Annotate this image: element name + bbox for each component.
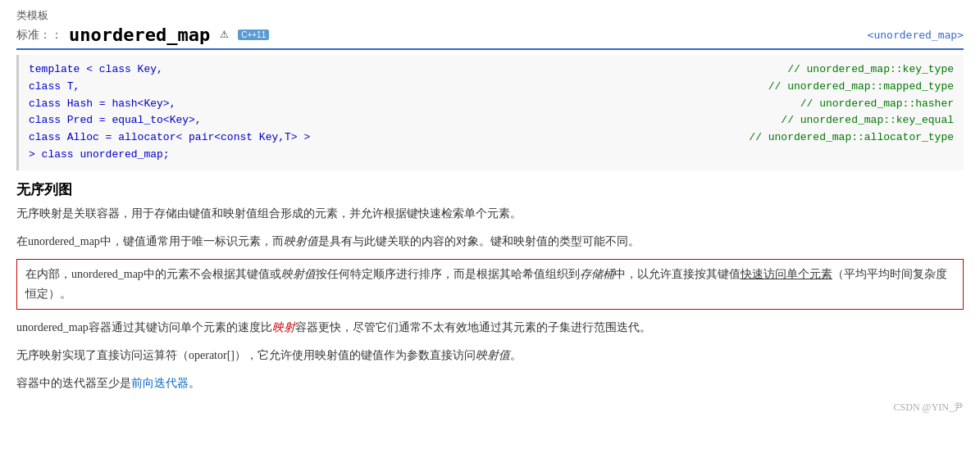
title-left: 标准：： unordered_map ⚠ C++11 bbox=[16, 25, 269, 45]
highlight-text1: 在内部，unordered_map中的元素不会根据其键值或 bbox=[25, 268, 281, 280]
para3-after: 容器更快，尽管它们通常不太有效地通过其元素的子集进行范围迭代。 bbox=[295, 321, 651, 333]
para2-italic: 映射值 bbox=[284, 235, 318, 247]
code-comment-2: // unordered_map::mapped_type bbox=[768, 79, 954, 96]
para4-period: 。 bbox=[510, 349, 522, 361]
para-5: 容器中的迭代器至少是前向迭代器。 bbox=[16, 374, 964, 393]
code-line6: > class unordered_map; bbox=[29, 147, 170, 164]
highlight-box: 在内部，unordered_map中的元素不会根据其键值或映射值按任何特定顺序进… bbox=[16, 259, 964, 310]
para4-italic: 映射值 bbox=[476, 349, 510, 361]
category-label: 类模板 bbox=[16, 8, 964, 23]
para-3: unordered_map容器通过其键访问单个元素的速度比映射容器更快，尽管它们… bbox=[16, 318, 964, 338]
code-line3-left: class Hash = hash<Key>, bbox=[29, 96, 175, 113]
highlight-italic1: 映射值 bbox=[281, 268, 316, 280]
para5-before: 容器中的迭代器至少是 bbox=[16, 377, 131, 389]
para3-before: unordered_map容器通过其键访问单个元素的速度比 bbox=[16, 321, 272, 333]
code-line-6: > class unordered_map; bbox=[29, 147, 954, 164]
title-row: 标准：： unordered_map ⚠ C++11 <unordered_ma… bbox=[16, 25, 964, 50]
highlight-text2: 按任何特定顺序进行排序，而是根据其哈希值组织到 bbox=[316, 268, 580, 280]
highlight-text3: 中，以允许直接按其键值 bbox=[614, 268, 741, 280]
para2-before: 在unordered_map中，键值通常用于唯一标识元素，而 bbox=[16, 235, 284, 247]
para-1: 无序映射是关联容器，用于存储由键值和映射值组合形成的元素，并允许根据键快速检索单… bbox=[16, 204, 964, 224]
code-line-3: class Hash = hash<Key>, // unordered_map… bbox=[29, 96, 954, 113]
code-line-2: class T, // unordered_map::mapped_type bbox=[29, 79, 954, 96]
section-title: 无序列图 bbox=[16, 180, 964, 199]
para2-after: 是具有与此键关联的内容的对象。键和映射值的类型可能不同。 bbox=[318, 235, 640, 247]
highlight-underline: 快速访问单个元素 bbox=[741, 268, 832, 280]
code-line5-left: class Alloc = allocator< pair<const Key,… bbox=[29, 129, 310, 147]
code-line4-left: class Pred = equal_to<Key>, bbox=[29, 112, 202, 129]
code-comment-3: // unordered_map::hasher bbox=[800, 96, 954, 113]
code-comment-5: // unordered_map::allocator_type bbox=[749, 129, 954, 147]
code-line-1: template < class Key, // unordered_map::… bbox=[29, 61, 954, 79]
para5-after: 。 bbox=[189, 377, 200, 389]
code-line-5: class Alloc = allocator< pair<const Key,… bbox=[29, 129, 954, 147]
highlight-italic2: 存储桶 bbox=[580, 268, 614, 280]
para-2: 在unordered_map中，键值通常用于唯一标识元素，而映射值是具有与此键关… bbox=[16, 232, 964, 252]
page-title: unordered_map bbox=[69, 25, 210, 45]
code-line-4: class Pred = equal_to<Key>, // unordered… bbox=[29, 112, 954, 129]
forward-iterator-link[interactable]: 前向迭代器 bbox=[131, 377, 189, 389]
code-line2-left: class T, bbox=[29, 79, 80, 96]
watermark: CSDN @YIN_尹 bbox=[16, 401, 964, 415]
code-keyword-template: template < class Key, bbox=[29, 61, 163, 79]
cpp-badge: C++11 bbox=[238, 29, 269, 40]
nav-link[interactable]: <unordered_map> bbox=[868, 29, 964, 41]
code-comment-1: // unordered_map::key_type bbox=[787, 61, 954, 79]
para-4: 无序映射实现了直接访问运算符（operator[]），它允许使用映射值的键值作为… bbox=[16, 346, 964, 365]
code-comment-4: // unordered_map::key_equal bbox=[781, 112, 954, 129]
code-block: template < class Key, // unordered_map::… bbox=[16, 55, 964, 170]
para3-italic: 映射 bbox=[272, 321, 295, 333]
warning-icon: ⚠ bbox=[217, 28, 231, 43]
para4-before: 无序映射实现了直接访问运算符（operator[]），它允许使用映射值的键值作为… bbox=[16, 349, 476, 361]
standard-label: 标准：： bbox=[16, 28, 62, 43]
